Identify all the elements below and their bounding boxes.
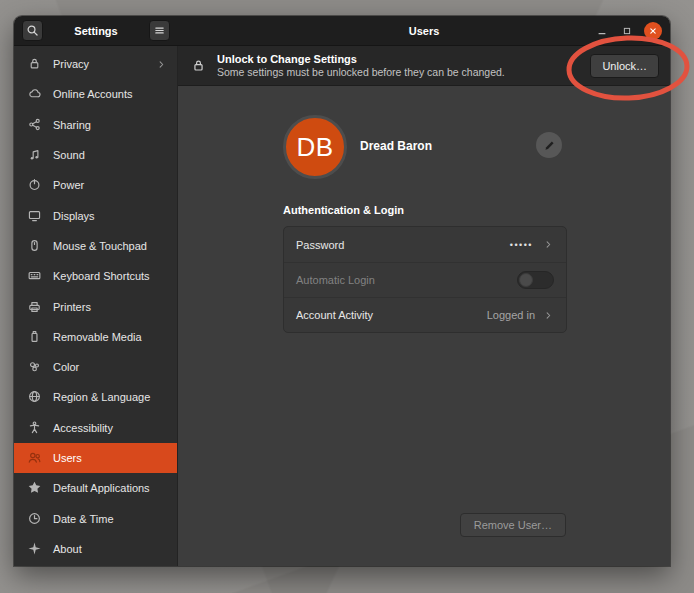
removable-media-icon bbox=[27, 329, 43, 345]
titlebar: Settings Users bbox=[14, 16, 670, 46]
window-body: PrivacyOnline AccountsSharingSoundPowerD… bbox=[14, 46, 670, 566]
sidebar-item-displays[interactable]: Displays bbox=[14, 200, 177, 230]
auth-row-account-activity[interactable]: Account ActivityLogged in bbox=[284, 297, 566, 332]
remove-user-button[interactable]: Remove User… bbox=[460, 513, 566, 537]
sidebar-item-about[interactable]: About bbox=[14, 534, 177, 564]
sidebar-item-label: Displays bbox=[53, 210, 167, 222]
sound-icon bbox=[27, 147, 43, 163]
sidebar-item-privacy[interactable]: Privacy bbox=[14, 49, 177, 79]
sidebar-item-date-time[interactable]: Date & Time bbox=[14, 503, 177, 533]
sparkle-icon bbox=[27, 541, 43, 557]
share-icon bbox=[27, 117, 43, 133]
titlebar-left: Settings bbox=[14, 16, 178, 45]
keyboard-icon bbox=[27, 268, 43, 284]
sidebar-item-label: Sound bbox=[53, 149, 167, 161]
sidebar-item-region-language[interactable]: Region & Language bbox=[14, 382, 177, 412]
unlock-banner: Unlock to Change Settings Some settings … bbox=[178, 46, 670, 86]
power-icon bbox=[27, 177, 43, 193]
search-button[interactable] bbox=[22, 20, 43, 41]
clock-icon bbox=[27, 511, 43, 527]
sidebar-item-sound[interactable]: Sound bbox=[14, 140, 177, 170]
minimize-icon bbox=[596, 25, 608, 37]
banner-text: Unlock to Change Settings Some settings … bbox=[217, 53, 590, 79]
cloud-icon bbox=[27, 86, 43, 102]
star-icon bbox=[27, 480, 43, 496]
users-icon bbox=[27, 450, 43, 466]
sidebar-item-keyboard-shortcuts[interactable]: Keyboard Shortcuts bbox=[14, 261, 177, 291]
search-icon bbox=[26, 24, 39, 37]
sidebar-item-label: Removable Media bbox=[53, 331, 167, 343]
panel-title: Users bbox=[409, 25, 440, 37]
user-name: Dread Baron bbox=[360, 139, 432, 153]
sidebar-item-label: Date & Time bbox=[53, 513, 167, 525]
sidebar-item-label: Power bbox=[53, 179, 167, 191]
auth-section-title: Authentication & Login bbox=[283, 204, 404, 216]
sidebar-item-label: Privacy bbox=[53, 58, 156, 70]
users-panel-content: DB Dread Baron Authentication & Login Pa… bbox=[178, 86, 670, 566]
row-value: ••••• bbox=[510, 240, 533, 250]
sidebar-item-online-accounts[interactable]: Online Accounts bbox=[14, 79, 177, 109]
sidebar-item-label: Mouse & Touchpad bbox=[53, 240, 167, 252]
sidebar-item-label: Printers bbox=[53, 301, 167, 313]
minimize-button[interactable] bbox=[594, 23, 610, 39]
settings-window: Settings Users bbox=[14, 16, 670, 566]
window-controls bbox=[594, 16, 662, 46]
maximize-button[interactable] bbox=[619, 23, 635, 39]
chevron-right-icon bbox=[543, 310, 554, 321]
mouse-icon bbox=[27, 238, 43, 254]
row-label: Account Activity bbox=[296, 309, 487, 321]
app-title: Settings bbox=[74, 25, 117, 37]
user-avatar[interactable]: DB bbox=[283, 115, 347, 179]
sidebar-item-label: Color bbox=[53, 361, 167, 373]
printer-icon bbox=[27, 299, 43, 315]
lock-icon bbox=[27, 56, 43, 72]
hamburger-menu-icon bbox=[153, 24, 166, 37]
maximize-icon bbox=[621, 25, 633, 37]
sidebar-item-color[interactable]: Color bbox=[14, 352, 177, 382]
sidebar-item-power[interactable]: Power bbox=[14, 170, 177, 200]
accessibility-icon bbox=[27, 420, 43, 436]
auth-row-automatic-login: Automatic Login bbox=[284, 262, 566, 297]
sidebar-item-label: Users bbox=[53, 452, 167, 464]
sidebar-item-label: Accessibility bbox=[53, 422, 167, 434]
toggle-knob bbox=[519, 273, 533, 287]
sidebar-item-label: Sharing bbox=[53, 119, 167, 131]
sidebar-item-label: Online Accounts bbox=[53, 88, 167, 100]
sidebar-item-mouse-touchpad[interactable]: Mouse & Touchpad bbox=[14, 231, 177, 261]
chevron-right-icon bbox=[156, 59, 167, 70]
globe-icon bbox=[27, 389, 43, 405]
banner-subtitle: Some settings must be unlocked before th… bbox=[217, 66, 590, 79]
sidebar-item-label: About bbox=[53, 543, 167, 555]
lock-icon bbox=[191, 58, 207, 73]
sidebar-item-sharing[interactable]: Sharing bbox=[14, 110, 177, 140]
displays-icon bbox=[27, 208, 43, 224]
sidebar-item-users[interactable]: Users bbox=[14, 443, 177, 473]
automatic-login-toggle[interactable] bbox=[517, 271, 554, 289]
banner-title: Unlock to Change Settings bbox=[217, 53, 590, 66]
main-pane: Unlock to Change Settings Some settings … bbox=[178, 46, 670, 566]
color-icon bbox=[27, 359, 43, 375]
sidebar-item-printers[interactable]: Printers bbox=[14, 291, 177, 321]
titlebar-right: Users bbox=[178, 16, 670, 45]
auth-row-password[interactable]: Password••••• bbox=[284, 227, 566, 262]
unlock-button[interactable]: Unlock… bbox=[590, 54, 659, 78]
sidebar-item-label: Default Applications bbox=[53, 482, 167, 494]
sidebar-item-accessibility[interactable]: Accessibility bbox=[14, 413, 177, 443]
row-value: Logged in bbox=[487, 309, 535, 321]
close-button[interactable] bbox=[644, 22, 662, 40]
sidebar: PrivacyOnline AccountsSharingSoundPowerD… bbox=[14, 46, 178, 566]
sidebar-item-label: Region & Language bbox=[53, 391, 167, 403]
sidebar-item-default-applications[interactable]: Default Applications bbox=[14, 473, 177, 503]
close-icon bbox=[648, 26, 658, 36]
row-label: Password bbox=[296, 239, 510, 251]
chevron-right-icon bbox=[543, 239, 554, 250]
row-label: Automatic Login bbox=[296, 274, 517, 286]
sidebar-item-removable-media[interactable]: Removable Media bbox=[14, 322, 177, 352]
edit-name-button[interactable] bbox=[536, 132, 562, 158]
auth-settings-list: Password•••••Automatic LoginAccount Acti… bbox=[283, 226, 567, 333]
pencil-icon bbox=[543, 139, 556, 152]
menu-button[interactable] bbox=[149, 20, 170, 41]
sidebar-item-label: Keyboard Shortcuts bbox=[53, 270, 167, 282]
